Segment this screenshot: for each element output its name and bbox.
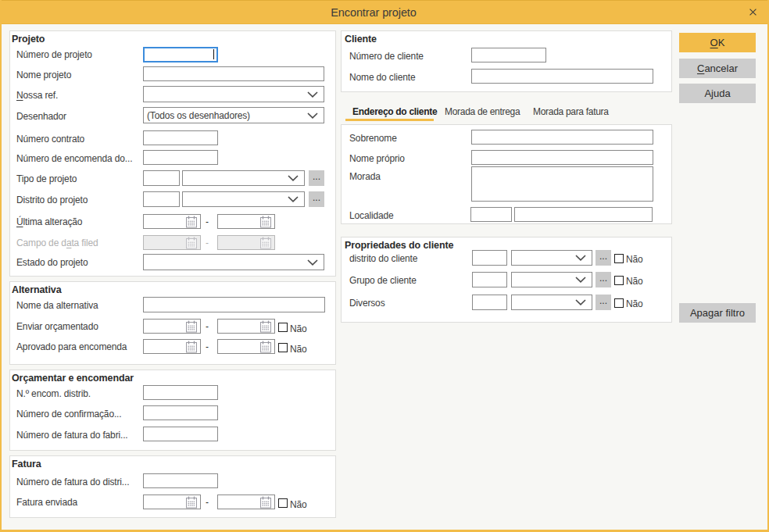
enviar-orcamentado-nao-checkbox[interactable] <box>278 323 288 332</box>
label-nome-cliente: Nome do cliente <box>349 72 415 83</box>
mnemonic: N <box>16 90 23 101</box>
calendar-icon[interactable] <box>259 341 272 353</box>
distrito-projeto-code-input[interactable] <box>143 191 180 207</box>
cancel-button[interactable]: Cancelar <box>679 59 756 78</box>
fatura-enviada-from-input[interactable] <box>143 495 201 509</box>
tab-morada-para-fatura[interactable]: Morada para fatura <box>533 106 609 117</box>
label-text: ossa ref. <box>23 90 59 101</box>
numero-encomenda-input[interactable] <box>143 150 218 165</box>
desenhador-value: (Todos os desenhadores) <box>147 110 250 121</box>
grupo-cliente-code-input[interactable] <box>472 272 507 287</box>
calendar-icon[interactable] <box>259 320 272 333</box>
numero-cliente-input[interactable] <box>471 48 546 62</box>
label-nome-proprio: Nome próprio <box>349 153 405 164</box>
group-projeto-title: Projeto <box>12 34 45 45</box>
title-bar: Encontrar projeto <box>0 0 769 24</box>
grupo-cliente-browse-button[interactable]: ... <box>596 272 611 287</box>
estado-projeto-combobox[interactable] <box>143 254 324 270</box>
localidade-codigo-input[interactable] <box>470 207 512 222</box>
label-n-encom-distrib: N.º encom. distrib. <box>16 388 91 399</box>
localidade-input[interactable] <box>514 207 653 222</box>
calendar-icon[interactable] <box>185 341 198 353</box>
tipo-projeto-code-input[interactable] <box>143 170 180 186</box>
group-cliente-title: Cliente <box>345 34 377 45</box>
enviar-orcamentado-to-input[interactable] <box>217 319 275 334</box>
numero-confirmacao-input[interactable] <box>143 405 218 420</box>
label-numero-contrato: Número contrato <box>16 134 84 145</box>
label-grupo-cliente: Grupo de cliente <box>349 275 417 286</box>
chevron-down-icon <box>288 196 299 202</box>
desenhador-combobox[interactable]: (Todos os desenhadores) <box>143 107 324 123</box>
tipo-projeto-browse-button[interactable]: ... <box>309 170 324 186</box>
calendar-icon[interactable] <box>259 496 272 509</box>
grupo-cliente-combobox[interactable] <box>511 272 592 287</box>
aprovado-encomenda-from-input[interactable] <box>143 339 201 354</box>
diversos-browse-button[interactable]: ... <box>596 295 611 310</box>
grupo-cliente-nao-checkbox[interactable] <box>614 276 624 285</box>
morada-textarea[interactable] <box>471 166 653 202</box>
label-aprovado-encomenda: Aprovado para encomenda <box>16 341 127 352</box>
label-numero-encomenda: Número de encomenda do... <box>16 153 132 164</box>
ok-button[interactable]: OK <box>679 33 756 52</box>
calendar-icon <box>185 237 198 249</box>
calendar-icon[interactable] <box>185 320 198 333</box>
chevron-down-icon <box>307 91 318 98</box>
date-range-separator: - <box>206 321 209 332</box>
label-nao: Não <box>626 276 643 287</box>
aprovado-encomenda-nao-checkbox[interactable] <box>278 343 288 352</box>
find-project-dialog: Encontrar projeto Projeto Número de proj… <box>0 0 769 532</box>
button-text: ancelar <box>704 62 738 74</box>
calendar-icon[interactable] <box>259 216 272 228</box>
label-diversos: Diversos <box>349 298 384 309</box>
numero-projeto-input[interactable] <box>143 47 218 62</box>
label-numero-fatura-distribuidor: Número de fatura do distri... <box>16 477 129 487</box>
campo-data-from-input <box>143 235 201 250</box>
label-text: ta filed <box>71 237 98 248</box>
distrito-cliente-combobox[interactable] <box>511 250 592 266</box>
mnemonic: Ú <box>16 216 23 227</box>
distrito-cliente-browse-button[interactable]: ... <box>596 250 611 266</box>
label-sobrenome: Sobrenome <box>349 133 397 144</box>
nossa-ref-combobox[interactable] <box>143 86 324 102</box>
chevron-down-icon <box>307 259 318 266</box>
nome-cliente-input[interactable] <box>471 69 653 84</box>
distrito-cliente-code-input[interactable] <box>472 250 507 266</box>
diversos-combobox[interactable] <box>511 295 592 310</box>
ultima-alteracao-to-input[interactable] <box>217 214 275 229</box>
enviar-orcamentado-from-input[interactable] <box>143 319 201 334</box>
ultima-alteracao-from-input[interactable] <box>143 214 201 229</box>
numero-fatura-fabricante-input[interactable] <box>143 427 218 441</box>
chevron-down-icon <box>307 112 318 119</box>
aprovado-encomenda-to-input[interactable] <box>217 339 275 354</box>
tipo-projeto-combobox[interactable] <box>182 170 305 186</box>
calendar-icon[interactable] <box>185 216 198 228</box>
label-nao: Não <box>626 298 643 309</box>
label-text: ltima alteração <box>23 216 83 227</box>
numero-contrato-input[interactable] <box>143 130 218 145</box>
nome-alternativa-input[interactable] <box>143 297 325 312</box>
sobrenome-input[interactable] <box>471 130 653 145</box>
distrito-cliente-nao-checkbox[interactable] <box>614 254 624 263</box>
label-text: Campo de d <box>16 237 66 248</box>
distrito-projeto-browse-button[interactable]: ... <box>309 191 324 207</box>
dialog-body: Projeto Número de projeto Nome projeto N… <box>0 24 766 530</box>
label-localidade: Localidade <box>349 210 394 221</box>
fatura-enviada-to-input[interactable] <box>217 495 275 509</box>
fatura-enviada-nao-checkbox[interactable] <box>278 498 288 508</box>
diversos-nao-checkbox[interactable] <box>614 298 624 308</box>
nome-projeto-input[interactable] <box>143 66 324 81</box>
tab-endereco-do-cliente[interactable]: Endereço do cliente <box>352 106 437 117</box>
label-nao: Não <box>290 499 307 510</box>
diversos-code-input[interactable] <box>472 295 507 310</box>
tab-morada-de-entrega[interactable]: Morada de entrega <box>445 106 520 117</box>
n-encom-distrib-input[interactable] <box>143 385 218 400</box>
label-estado-projeto: Estado do projeto <box>16 257 88 268</box>
close-icon[interactable] <box>749 8 757 16</box>
numero-fatura-distribuidor-input[interactable] <box>143 473 218 488</box>
help-button[interactable]: Ajuda <box>679 84 756 103</box>
nome-proprio-input[interactable] <box>471 150 653 165</box>
distrito-projeto-combobox[interactable] <box>182 191 305 207</box>
calendar-icon[interactable] <box>185 496 198 509</box>
clear-filter-button[interactable]: Apagar filtro <box>679 303 756 323</box>
mnemonic: C <box>697 62 704 74</box>
